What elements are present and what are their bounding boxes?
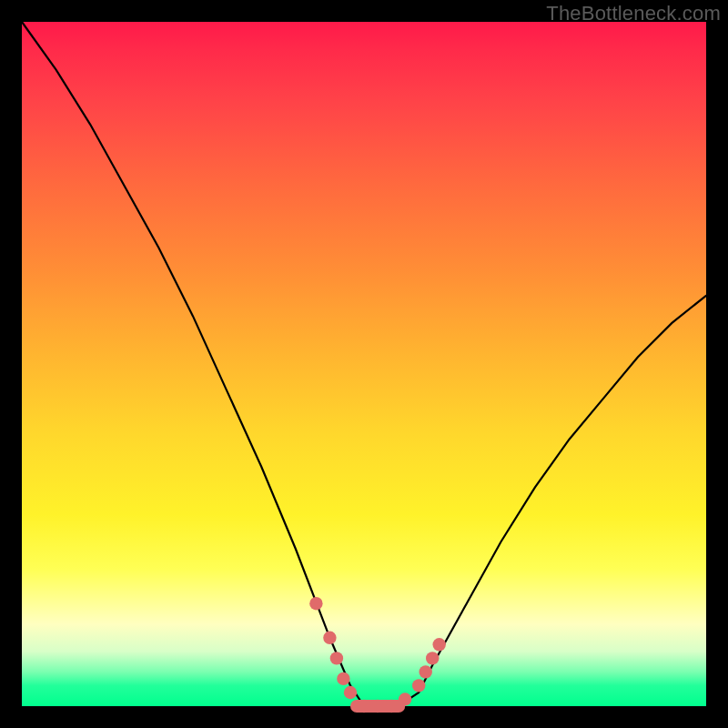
curve-marker <box>330 652 343 664</box>
marker-group <box>309 597 446 713</box>
curve-marker <box>309 597 322 610</box>
chart-svg <box>22 22 706 706</box>
curve-marker <box>420 665 432 678</box>
curve-marker <box>323 632 336 644</box>
valley-pill <box>350 700 405 713</box>
chart-plot-area <box>22 22 706 706</box>
curve-marker <box>337 672 349 685</box>
curve-marker <box>412 679 425 692</box>
chart-frame: TheBottleneck.com <box>0 0 728 728</box>
watermark-text: TheBottleneck.com <box>546 2 721 25</box>
bottleneck-curve <box>22 22 706 706</box>
curve-marker <box>426 652 439 664</box>
curve-marker <box>344 686 357 699</box>
curve-marker <box>433 638 446 651</box>
